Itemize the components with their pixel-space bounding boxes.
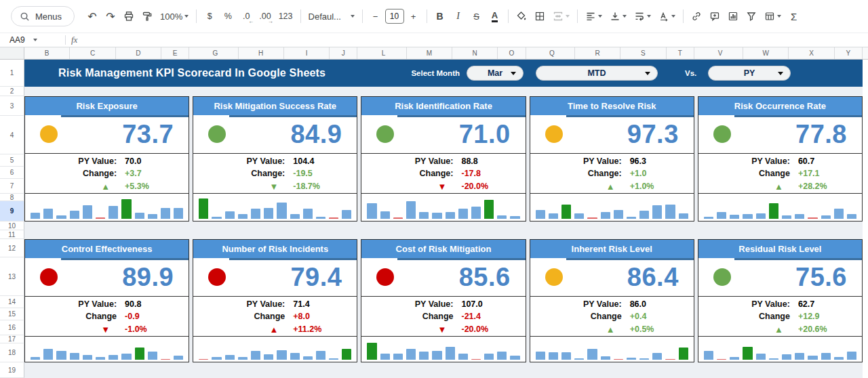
spark-bar bbox=[121, 354, 131, 360]
column-header-T[interactable]: T bbox=[667, 47, 694, 59]
row-header-5[interactable]: 5 bbox=[0, 154, 24, 167]
spark-bar bbox=[406, 349, 416, 360]
select-all-corner[interactable] bbox=[0, 47, 24, 59]
merge-cells-button[interactable] bbox=[549, 7, 573, 25]
row-header-13[interactable]: 13 bbox=[0, 257, 24, 296]
spark-bar bbox=[31, 357, 40, 360]
status-dot bbox=[376, 125, 394, 143]
paint-format-button[interactable] bbox=[138, 7, 156, 25]
row-header-18[interactable]: 18 bbox=[0, 343, 24, 362]
column-header-M[interactable]: M bbox=[407, 47, 452, 59]
column-header-V[interactable]: V bbox=[698, 47, 743, 59]
kpi-card-header: Risk Exposure bbox=[25, 97, 189, 115]
row-header-11[interactable]: 11 bbox=[0, 230, 24, 239]
row-header-16[interactable]: 16 bbox=[0, 320, 24, 335]
period-dropdown[interactable]: MTD bbox=[536, 66, 658, 81]
spark-bar bbox=[446, 347, 455, 360]
column-header-I[interactable]: I bbox=[284, 47, 330, 59]
table-views-button[interactable] bbox=[761, 7, 785, 25]
font-size-input[interactable]: 10 bbox=[385, 9, 404, 24]
column-header-area: BCDEGHIJLMNOQRSTVWXY bbox=[24, 47, 868, 59]
text-rotation-icon bbox=[658, 11, 669, 22]
row-header-10[interactable]: 10 bbox=[0, 222, 24, 230]
row-header-4[interactable]: 4 bbox=[0, 116, 24, 154]
row-header-7[interactable]: 7 bbox=[0, 179, 24, 194]
more-formats-button[interactable]: 123 bbox=[275, 7, 296, 25]
dashboard-title: Risk Management KPI Scorecard In Google … bbox=[58, 67, 326, 79]
functions-button[interactable]: Σ bbox=[785, 7, 803, 25]
change-value: +1.0 bbox=[622, 169, 694, 178]
increase-font-size-button[interactable]: + bbox=[405, 7, 422, 25]
undo-button[interactable]: ↶ bbox=[83, 7, 101, 25]
row-header-3[interactable]: 3 bbox=[0, 96, 24, 116]
decrease-decimals-button[interactable]: .0 ← bbox=[237, 7, 255, 25]
row-header-17[interactable]: 17 bbox=[0, 335, 24, 343]
borders-button[interactable] bbox=[531, 7, 549, 25]
column-headers: BCDEGHIJLMNOQRSTVWXY bbox=[0, 47, 868, 60]
chevron-down-icon bbox=[33, 39, 37, 41]
column-header-H[interactable]: H bbox=[239, 47, 284, 59]
month-dropdown[interactable]: Mar bbox=[467, 66, 524, 81]
print-button[interactable] bbox=[120, 7, 138, 25]
font-select[interactable]: Defaul... bbox=[305, 7, 358, 25]
row-header-2[interactable]: 2 bbox=[0, 87, 24, 96]
increase-decimals-button[interactable]: .00 → bbox=[256, 7, 274, 25]
py-value: 107.0 bbox=[453, 299, 525, 309]
name-box[interactable]: AA9 bbox=[0, 35, 60, 45]
row-header-9[interactable]: 9 bbox=[0, 201, 24, 222]
column-header-S[interactable]: S bbox=[620, 47, 666, 59]
column-header-G[interactable]: G bbox=[193, 47, 238, 59]
create-filter-button[interactable] bbox=[743, 7, 760, 25]
column-header-W[interactable]: W bbox=[743, 47, 789, 59]
compare-dropdown[interactable]: PY bbox=[708, 66, 791, 81]
strikethrough-button[interactable]: S bbox=[468, 7, 486, 25]
fill-color-button[interactable] bbox=[513, 7, 530, 25]
kpi-card-title: Number of Risk Incidents bbox=[222, 244, 328, 254]
row-header-1[interactable]: 1 bbox=[0, 60, 24, 87]
kpi-card-header: Risk Identification Rate bbox=[361, 97, 525, 115]
menus-button[interactable]: Menus bbox=[11, 6, 75, 26]
italic-button[interactable]: I bbox=[450, 7, 467, 25]
bold-button[interactable]: B bbox=[431, 7, 449, 25]
row-header-14[interactable]: 14 bbox=[0, 296, 24, 308]
decrease-font-size-button[interactable]: − bbox=[367, 7, 384, 25]
toolbar-divider bbox=[427, 9, 427, 23]
insert-comment-button[interactable] bbox=[706, 7, 724, 25]
column-header-R[interactable]: R bbox=[575, 47, 620, 59]
change-row: Change: -17.8 bbox=[361, 167, 525, 180]
text-rotation-button[interactable] bbox=[655, 7, 679, 25]
horizontal-align-button[interactable] bbox=[582, 7, 606, 25]
text-wrap-button[interactable] bbox=[631, 7, 654, 25]
column-header-X[interactable]: X bbox=[789, 47, 834, 59]
column-header-Y[interactable]: Y bbox=[835, 47, 863, 59]
vertical-align-button[interactable] bbox=[606, 7, 630, 25]
column-header-C[interactable]: C bbox=[70, 47, 115, 59]
status-dot bbox=[545, 268, 563, 286]
row-header-15[interactable]: 15 bbox=[0, 308, 24, 320]
spark-bar bbox=[303, 209, 313, 219]
column-header-O[interactable]: O bbox=[498, 47, 526, 59]
text-color-button[interactable]: A bbox=[486, 7, 504, 25]
column-header-L[interactable]: L bbox=[361, 47, 406, 59]
column-header-N[interactable]: N bbox=[452, 47, 498, 59]
formula-bar-divider bbox=[65, 35, 66, 45]
py-value: 86.0 bbox=[622, 299, 694, 309]
change-row: Change +12.9 bbox=[698, 310, 862, 322]
row-header-19[interactable]: 19 bbox=[0, 362, 24, 378]
column-header-B[interactable]: B bbox=[24, 47, 70, 59]
spark-bar bbox=[497, 352, 507, 360]
column-header-J[interactable]: J bbox=[330, 47, 357, 59]
row-header-12[interactable]: 12 bbox=[0, 239, 24, 257]
insert-link-button[interactable] bbox=[688, 7, 705, 25]
column-header-Q[interactable]: Q bbox=[530, 47, 575, 59]
change-value: +17.1 bbox=[790, 169, 862, 178]
row-header-8[interactable]: 8 bbox=[0, 194, 24, 201]
format-percent-button[interactable]: % bbox=[219, 7, 237, 25]
insert-chart-button[interactable] bbox=[724, 7, 742, 25]
row-header-6[interactable]: 6 bbox=[0, 167, 24, 179]
column-header-E[interactable]: E bbox=[161, 47, 189, 59]
zoom-select[interactable]: 100% bbox=[157, 7, 192, 25]
format-currency-button[interactable]: $ bbox=[201, 7, 218, 25]
column-header-D[interactable]: D bbox=[116, 47, 161, 59]
redo-button[interactable]: ↷ bbox=[102, 7, 119, 25]
